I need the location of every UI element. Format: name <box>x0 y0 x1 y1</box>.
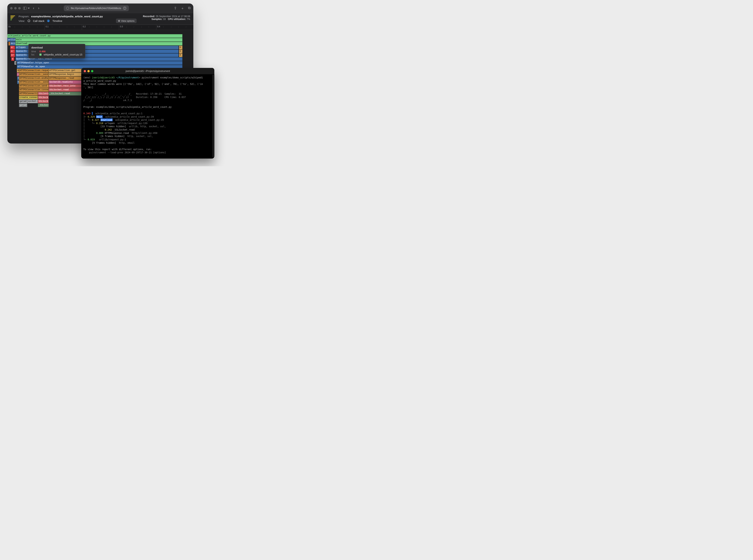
tooltip-time: 0.466 <box>39 50 45 53</box>
program-value: examples/demo_scripts/wikipedia_article_… <box>31 15 103 18</box>
radio-callstack-label[interactable]: Call stack <box>33 19 44 22</box>
flame-frame[interactable]: SSLSock <box>38 100 49 103</box>
flame-frame[interactable]: g <box>14 61 17 65</box>
flame-frame[interactable]: _SSLSock <box>38 103 49 107</box>
url-text: file:///private/var/folders/ld/k24nt7054… <box>71 7 121 9</box>
terminal-title: joerick@joerick5:~/Projects/pyinstrument <box>81 69 214 73</box>
flame-frame[interactable]: HTTPSHandler.https_open <box>17 61 182 65</box>
flame-frame[interactable]: HTTPSConnection.send <box>19 84 49 88</box>
radio-timeline[interactable] <box>47 20 50 22</box>
view-label: View: <box>19 19 25 22</box>
flame-frame[interactable] <box>8 42 10 45</box>
close-icon[interactable] <box>10 7 13 9</box>
flame-frame[interactable]: htt <box>10 42 15 45</box>
flame-frame[interactable]: er <box>10 49 15 53</box>
new-tab-icon[interactable]: ＋ <box>181 6 184 11</box>
view-options-button[interactable]: ✿ View options <box>116 19 137 23</box>
flame-frame[interactable]: H <box>179 46 182 49</box>
toolbar-actions: ⇪ ＋ ⧉ <box>174 6 191 11</box>
flame-frame[interactable]: main <box>15 38 182 42</box>
flame-frame[interactable]: wikipedia_article_word_count.py <box>7 34 182 38</box>
ruler-tick: 0.4 <box>156 25 160 28</box>
browser-toolbar: ‹ › file:///private/var/folders/ld/k24nt… <box>7 3 193 13</box>
profiler-header: Program: examples/demo_scripts/wikipedia… <box>7 13 193 25</box>
ruler-tick: 0.1 <box>44 25 49 28</box>
flame-frame[interactable]: e <box>11 57 14 61</box>
frame-tooltip: download time0.466 locwikipedia_article_… <box>28 44 85 58</box>
tooltip-loc: wikipedia_article_word_count.py:15 <box>44 53 82 56</box>
time-ruler: 0s0.10.20.30.40. <box>7 25 193 30</box>
flame-frame[interactable]: S <box>17 77 19 80</box>
scrollbar[interactable] <box>213 75 214 157</box>
ruler-tick: 0.3 <box>119 25 123 28</box>
truncation-icon: ••• <box>123 6 127 10</box>
url-bar[interactable]: file:///private/var/folders/ld/k24nt7054… <box>64 5 129 11</box>
gear-icon: ✿ <box>118 19 120 22</box>
flame-frame[interactable]: SSLConte <box>38 92 49 96</box>
pyinstrument-logo-icon <box>11 16 15 20</box>
flame-frame[interactable]: S <box>17 80 19 84</box>
flame-frame[interactable]: create_connect <box>19 96 38 99</box>
flame-frame[interactable]: getad <box>19 103 27 107</box>
share-icon[interactable]: ⇪ <box>174 6 177 11</box>
flame-frame[interactable]: er <box>11 53 15 57</box>
tooltip-title: download <box>31 46 82 49</box>
back-button[interactable]: ‹ <box>32 6 35 11</box>
flame-frame[interactable]: HTTPSConnection.endhe <box>19 77 49 80</box>
flame-frame[interactable]: getad <box>19 100 27 103</box>
flame-frame[interactable]: urllib <box>7 38 15 42</box>
flame-frame[interactable]: HTTPSConnecti <box>19 92 38 96</box>
radio-callstack[interactable] <box>28 20 30 22</box>
forward-button[interactable]: › <box>37 6 40 11</box>
terminal-body[interactable]: (env) joerick@joerick5 ~/P/pyinstrument>… <box>81 74 214 159</box>
window-controls[interactable] <box>10 7 21 9</box>
ruler-tick: 0s <box>7 25 11 28</box>
flame-frame[interactable]: SSLSock <box>38 96 49 99</box>
program-label: Program: <box>19 15 30 18</box>
flame-frame[interactable]: socket.co <box>27 100 38 103</box>
flame-frame[interactable]: er <box>10 46 15 49</box>
ruler-tick: 0.2 <box>82 25 86 28</box>
flame-frame[interactable]: H <box>179 53 182 57</box>
radio-timeline-label[interactable]: Timeline <box>52 19 62 22</box>
sidebar-icon <box>23 7 26 9</box>
flame-frame[interactable]: HTTPSConnection._send <box>19 73 49 76</box>
flame-frame[interactable]: H <box>179 49 182 53</box>
sidebar-toggle[interactable] <box>23 7 30 10</box>
minimize-icon[interactable] <box>14 7 17 9</box>
flame-frame[interactable]: HTTPSConnection.reques <box>19 69 49 73</box>
flame-frame[interactable]: H <box>17 69 19 73</box>
flame-frame[interactable]: c <box>17 73 19 76</box>
globe-icon <box>66 7 69 9</box>
tabs-icon[interactable]: ⧉ <box>188 6 191 11</box>
flame-frame[interactable]: HTTPSConnection._send_ <box>19 80 49 84</box>
terminal-titlebar: joerick@joerick5:~/Projects/pyinstrument <box>81 68 214 74</box>
flame-frame[interactable]: HTTPSConnection.conne <box>19 88 49 92</box>
chevron-down-icon <box>28 8 30 10</box>
recording-meta: Recorded: 29 September 2024 at 17:38:06 … <box>143 15 190 20</box>
terminal-window: joerick@joerick5:~/Projects/pyinstrument… <box>81 68 214 159</box>
tooltip-swatch <box>39 54 41 56</box>
zoom-icon[interactable] <box>18 7 21 9</box>
